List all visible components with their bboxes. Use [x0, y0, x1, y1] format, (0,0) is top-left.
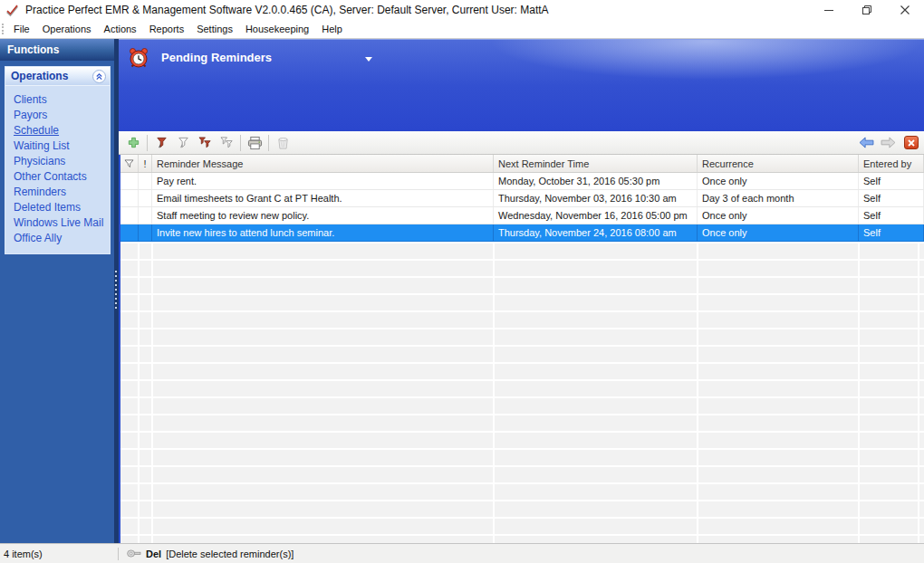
column-header-next-reminder-time[interactable]: Next Reminder Time: [494, 155, 698, 172]
filter-multiple-icon: [197, 136, 213, 149]
sidebar-item-physicians[interactable]: Physicians: [14, 154, 110, 169]
menu-item-settings[interactable]: Settings: [190, 21, 239, 37]
column-header-entered-by[interactable]: Entered by: [859, 155, 924, 172]
operations-panel-header[interactable]: Operations: [5, 67, 110, 86]
banner: Pending Reminders: [119, 39, 924, 131]
menu-item-reports[interactable]: Reports: [143, 21, 191, 37]
entered-by-cell[interactable]: Self: [859, 190, 924, 206]
reminders-grid: ! Reminder Message Next Reminder Time Re…: [119, 155, 924, 543]
filter-multiple-button[interactable]: [194, 133, 216, 153]
chevron-double-up-icon: [95, 72, 103, 81]
sidebar-item-other-contacts[interactable]: Other Contacts: [14, 169, 110, 185]
filter-icon: [155, 136, 168, 149]
forward-button[interactable]: [877, 133, 899, 153]
sidebar-item-office-ally[interactable]: Office Ally: [14, 231, 110, 246]
collapse-group-button[interactable]: [92, 70, 106, 83]
sidebar-item-payors[interactable]: Payors: [14, 108, 110, 123]
statusbar: 4 item(s) Del [Delete selected reminder(…: [0, 543, 924, 563]
back-arrow-icon: [859, 137, 874, 148]
grid-rows: Pay rent. Monday, October 31, 2016 05:30…: [120, 173, 924, 242]
menu-item-operations[interactable]: Operations: [36, 21, 98, 37]
gridline: [138, 242, 140, 543]
sidebar-item-windows-live-mail[interactable]: Windows Live Mail: [14, 215, 110, 231]
gridline: [151, 242, 153, 543]
next-reminder-time-cell[interactable]: Thursday, November 03, 2016 10:30 am: [494, 190, 698, 206]
row-indicator-cell[interactable]: [120, 173, 139, 189]
page-title: Pending Reminders: [161, 51, 272, 64]
sidebar-item-deleted-items[interactable]: Deleted Items: [14, 200, 110, 215]
grid-header-row: ! Reminder Message Next Reminder Time Re…: [120, 155, 924, 173]
sidebar-items: ClientsPayorsScheduleWaiting ListPhysici…: [5, 86, 110, 253]
column-header-priority[interactable]: !: [139, 155, 152, 172]
column-header-recurrence[interactable]: Recurrence: [698, 155, 859, 172]
filter-button[interactable]: [150, 133, 172, 153]
recurrence-cell[interactable]: Once only: [698, 224, 859, 241]
next-reminder-time-cell[interactable]: Thursday, November 24, 2016 08:00 am: [494, 224, 698, 241]
reminder-message-cell[interactable]: Invite new hires to attend lunch seminar…: [152, 224, 494, 241]
row-priority-cell[interactable]: [139, 173, 152, 189]
app-icon[interactable]: [5, 4, 19, 17]
titlebar: Practice Perfect EMR & Management Softwa…: [0, 0, 924, 20]
minimize-button[interactable]: [810, 0, 848, 20]
reminder-message-cell[interactable]: Staff meeting to review new policy.: [152, 207, 494, 224]
row-priority-cell[interactable]: [139, 190, 152, 206]
clear-filter-multiple-button[interactable]: [216, 133, 237, 153]
row-indicator-cell[interactable]: [120, 190, 139, 206]
recurrence-cell[interactable]: Once only: [698, 173, 859, 189]
printer-icon: [247, 136, 263, 150]
filter-outline-icon: [177, 136, 190, 149]
sidebar-item-reminders[interactable]: Reminders: [14, 185, 110, 200]
menu-item-help[interactable]: Help: [315, 21, 349, 37]
entered-by-cell[interactable]: Self: [859, 224, 924, 241]
entered-by-cell[interactable]: Self: [859, 207, 924, 224]
alarm-clock-icon: [128, 47, 149, 69]
sidebar-item-schedule[interactable]: Schedule: [14, 123, 110, 138]
table-row[interactable]: Email timesheets to Grant C at PT Health…: [120, 190, 924, 207]
column-header-reminder-message[interactable]: Reminder Message: [152, 155, 494, 172]
row-priority-cell[interactable]: [139, 224, 152, 241]
menubar-items: FileOperationsActionsReportsSettingsHous…: [7, 21, 349, 37]
app-window: Practice Perfect EMR & Management Softwa…: [0, 0, 924, 563]
add-reminder-button[interactable]: [122, 133, 144, 153]
next-reminder-time-cell[interactable]: Monday, October 31, 2016 05:30 pm: [494, 173, 698, 189]
menu-item-actions[interactable]: Actions: [98, 21, 143, 37]
clear-filter-button[interactable]: [172, 133, 194, 153]
main-panel: Pending Reminders: [119, 39, 924, 543]
close-view-x-icon: [908, 139, 915, 147]
next-reminder-time-cell[interactable]: Wednesday, November 16, 2016 05:00 pm: [494, 207, 698, 224]
restore-button[interactable]: [848, 0, 886, 20]
reminder-message-cell[interactable]: Pay rent.: [152, 173, 494, 189]
item-count: 4 item(s): [0, 549, 118, 559]
gridline: [697, 242, 698, 543]
column-header-filter[interactable]: [120, 155, 139, 172]
row-priority-cell[interactable]: [139, 207, 152, 224]
print-button[interactable]: [244, 133, 265, 153]
sidebar: Functions Operations ClientsPayorsSchedu…: [0, 39, 119, 543]
back-button[interactable]: [855, 133, 877, 153]
menubar: FileOperationsActionsReportsSettingsHous…: [0, 20, 924, 39]
menubar-grip[interactable]: [2, 24, 4, 34]
table-row[interactable]: Staff meeting to review new policy. Wedn…: [120, 207, 924, 224]
table-row[interactable]: Invite new hires to attend lunch seminar…: [120, 224, 924, 242]
grid-empty-area: [120, 242, 924, 543]
table-row[interactable]: Pay rent. Monday, October 31, 2016 05:30…: [120, 173, 924, 190]
row-indicator-cell[interactable]: [120, 224, 139, 241]
caret-down-icon[interactable]: [365, 57, 372, 62]
delete-button[interactable]: [272, 133, 294, 153]
plus-icon: [127, 136, 140, 149]
close-view-button[interactable]: [904, 136, 919, 149]
entered-by-cell[interactable]: Self: [859, 173, 924, 189]
menu-item-housekeeping[interactable]: Housekeeping: [239, 21, 315, 37]
gridline: [493, 242, 495, 543]
sidebar-item-waiting-list[interactable]: Waiting List: [14, 138, 110, 154]
recurrence-cell[interactable]: Once only: [698, 207, 859, 224]
reminder-message-cell[interactable]: Email timesheets to Grant C at PT Health…: [152, 190, 494, 206]
menu-item-file[interactable]: File: [7, 21, 36, 37]
close-button[interactable]: [886, 0, 924, 20]
key-icon: [127, 549, 141, 558]
gridline: [918, 242, 919, 543]
toolbar-separator: [268, 135, 269, 151]
sidebar-item-clients[interactable]: Clients: [14, 92, 110, 108]
row-indicator-cell[interactable]: [120, 207, 139, 224]
recurrence-cell[interactable]: Day 3 of each month: [698, 190, 859, 206]
